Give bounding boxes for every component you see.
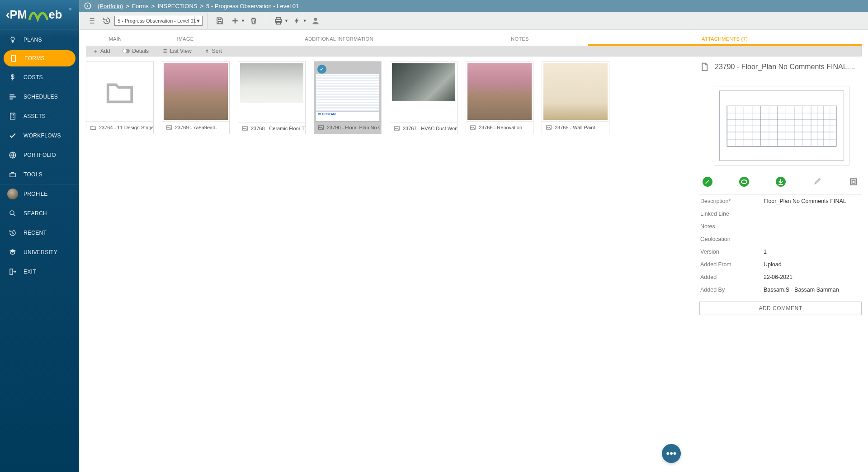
record-selector[interactable]: 5 - Progress Observation - Level 01 ▼ [114,16,203,26]
sidebar-item-university[interactable]: UNIVERSITY [0,242,79,262]
details-toggle[interactable]: Details [116,46,155,56]
add-icon[interactable] [227,14,243,28]
exit-icon [7,267,18,276]
sidebar-item-forms[interactable]: FORMS [4,50,75,66]
logo: ‹PM eb ® [0,0,79,30]
tab-notes[interactable]: NOTES [452,32,588,46]
download-button[interactable] [774,175,787,188]
save-icon[interactable] [212,14,227,28]
svg-point-11 [10,211,14,215]
person-icon[interactable] [308,14,323,28]
sidebar-item-plans[interactable]: PLANS [0,30,79,49]
attachment-details-panel: 23790 - Floor_Plan No Comments FINAL.... [691,59,862,466]
breadcrumb-sep: > [151,3,155,9]
chevron-down-icon: ▼ [194,16,202,25]
detail-key: Linked Line [700,211,764,217]
attachment-card[interactable]: 23764 - 11 Design Stage [86,61,154,134]
attachment-label: 23769 - 7a8a9ead- [175,122,217,133]
listview-button[interactable]: List View [155,46,198,56]
attachment-card-selected[interactable]: ✓ BLUEBEAM 23790 - Floor_Plan No Com... [314,61,382,134]
history-icon [7,228,18,237]
tab-additional-information[interactable]: ADDITIONAL INFORMATION [226,32,452,46]
attachment-card[interactable]: 23767 - HVAC Duct Work [390,61,458,134]
image-thumb [164,63,228,120]
sidebar-item-profile[interactable]: PROFILE [0,184,79,203]
folder-thumb [88,63,152,120]
info-icon[interactable] [84,2,92,10]
svg-rect-6 [9,96,16,97]
folder-icon [90,124,96,131]
attachment-card[interactable]: 23766 - Renovation [466,61,533,134]
breadcrumb-root[interactable]: (Portfolio) [98,3,123,9]
sidebar-label: EXIT [24,269,36,275]
view-button[interactable] [738,175,750,188]
sidebar-label: PROFILE [24,191,47,197]
briefcase-icon [7,170,18,179]
image-thumb [392,63,455,101]
attachment-card[interactable]: 23768 - Ceramic Floor Tiling [238,61,306,134]
crop-button[interactable] [847,175,860,188]
detail-value: Upload [764,261,861,268]
svg-point-3 [11,37,14,41]
attachment-label: 23768 - Ceramic Floor Tiling [251,123,305,134]
detail-key: Notes [700,223,764,230]
sidebar-item-recent[interactable]: RECENT [0,223,79,242]
breadcrumb-sep: > [200,3,204,9]
tab-image[interactable]: IMAGE [145,32,226,46]
floorplan-icon [718,90,845,161]
plus-icon: ＋ [93,47,98,55]
print-icon[interactable] [271,14,286,28]
bulb-icon [7,35,18,44]
history-icon[interactable] [99,14,114,28]
tab-attachments[interactable]: ATTACHMENTS (7) [588,32,862,46]
attachments-toolbar: ＋Add Details List View Sort [86,46,862,57]
list-icon[interactable] [84,14,99,28]
bars-icon [7,92,18,101]
sort-button[interactable]: Sort [198,46,228,56]
detail-key: Added [700,274,764,280]
detail-key: Added From [700,261,764,268]
image-icon [166,124,172,131]
brush-button[interactable] [811,175,823,188]
sidebar-item-exit[interactable]: EXIT [0,262,79,281]
svg-rect-52 [852,180,855,184]
record-selector-value: 5 - Progress Observation - Level 01 [118,18,196,24]
detail-title: 23790 - Floor_Plan No Comments FINAL.... [715,63,855,71]
breadcrumb-b[interactable]: INSPECTIONS [157,3,197,9]
image-thumb [467,63,532,120]
sidebar-item-workflows[interactable]: WORKFLOWS [0,126,79,145]
check-icon [7,131,18,140]
sidebar-item-costs[interactable]: COSTS [0,67,79,87]
sidebar: ‹PM eb ® PLANS FORMS COSTS SCHEDULES ASS… [0,0,79,472]
globe-icon [7,151,18,160]
sidebar-item-assets[interactable]: ASSETS [0,106,79,126]
attachment-card[interactable]: 23769 - 7a8a9ead- [162,61,230,134]
attachment-label: 23764 - 11 Design Stage [99,122,153,133]
add-comment-button[interactable]: ADD COMMENT [699,302,862,315]
breadcrumb-a[interactable]: Forms [132,3,149,9]
sidebar-label: PLANS [24,37,42,43]
chevron-down-icon[interactable]: ▼ [241,19,245,23]
bolt-icon[interactable] [289,14,305,28]
sidebar-item-portfolio[interactable]: PORTFOLIO [0,145,79,165]
pdf-icon [699,62,709,72]
detail-value [764,236,861,242]
detail-preview[interactable] [714,86,849,165]
sidebar-label: COSTS [24,74,43,80]
sidebar-item-schedules[interactable]: SCHEDULES [0,87,79,106]
fab-more[interactable]: ••• [662,444,681,463]
svg-text:‹PM: ‹PM [6,8,27,20]
tab-main[interactable]: MAIN [86,32,145,46]
detail-value [764,211,861,217]
chevron-down-icon[interactable]: ▼ [303,19,307,23]
sidebar-item-tools[interactable]: TOOLS [0,165,79,184]
add-button[interactable]: ＋Add [86,46,116,56]
trash-icon[interactable] [246,14,261,28]
edit-button[interactable] [701,175,714,188]
attachment-card[interactable]: 23765 - Wall Paint [542,61,609,134]
chevron-down-icon[interactable]: ▼ [284,19,288,23]
avatar-icon [7,189,18,198]
attachment-label: 23765 - Wall Paint [555,122,595,133]
sidebar-item-search[interactable]: SEARCH [0,203,79,223]
detail-title-row: 23790 - Floor_Plan No Comments FINAL.... [699,59,862,75]
